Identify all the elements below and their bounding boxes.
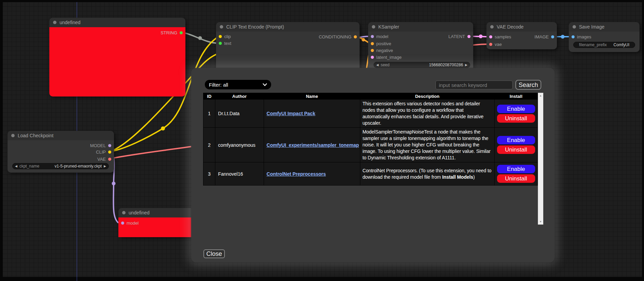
row-author: comfyanonymous	[215, 128, 264, 162]
slot-dot[interactable]	[572, 35, 575, 38]
node-undefined-bottom[interactable]: undefined model	[118, 208, 195, 237]
slot-dot[interactable]	[219, 42, 222, 45]
node-vae-decode[interactable]: VAE Decode samples vae IMAGE	[486, 22, 557, 49]
row-description: This extension offers various detector n…	[360, 100, 494, 128]
node-title-bar[interactable]: VAE Decode	[486, 22, 557, 32]
slot-dot[interactable]	[108, 151, 111, 154]
node-undefined-top[interactable]: undefined STRING	[49, 18, 185, 96]
extension-link[interactable]: ControlNet Preprocessors	[267, 171, 326, 177]
slot-dot[interactable]	[371, 49, 374, 52]
node-title: CLIP Text Encode (Prompt)	[226, 24, 284, 30]
col-header-description: Description	[360, 93, 494, 100]
increment-arrow-icon[interactable]: ▶	[104, 165, 106, 168]
input-slot-images[interactable]: images	[572, 34, 591, 40]
input-slot-samples[interactable]: samples	[489, 34, 511, 40]
node-title: VAE Decode	[497, 24, 524, 30]
filename-prefix-widget[interactable]: filename_prefix ComfyUI	[573, 42, 635, 48]
slot-dot[interactable]	[551, 35, 554, 38]
output-slot-clip[interactable]: CLIP	[96, 149, 111, 155]
table-row: 2 comfyanonymous ComfyUI_experiments/sam…	[203, 128, 538, 162]
row-description: ModelSamplerTonemapNoiseTest a node that…	[360, 128, 494, 162]
col-header-name: Name	[264, 93, 360, 100]
slot-dot[interactable]	[108, 144, 111, 147]
uninstall-button[interactable]: Uninstall	[497, 145, 535, 154]
search-input[interactable]	[435, 81, 513, 89]
col-header-author: Author	[215, 93, 264, 100]
collapse-dot-icon[interactable]	[490, 25, 494, 29]
input-slot-latent-image[interactable]: latent_image	[371, 54, 401, 60]
node-title-bar[interactable]: CLIP Text Encode (Prompt)	[216, 22, 360, 32]
node-load-checkpoint[interactable]: Load Checkpoint MODEL CLIP VAE ◀ ckpt_na…	[7, 131, 114, 173]
input-slot-negative[interactable]: negative	[371, 47, 393, 53]
input-slot-text[interactable]: text	[219, 40, 231, 46]
node-title: KSampler	[378, 24, 399, 30]
slot-dot[interactable]	[467, 35, 470, 38]
increment-arrow-icon[interactable]: ▶	[465, 64, 467, 67]
slot-dot[interactable]	[108, 158, 111, 161]
input-slot-clip[interactable]: clip	[219, 33, 231, 39]
row-id: 2	[203, 128, 215, 162]
node-title-bar[interactable]: undefined	[49, 18, 185, 27]
row-id: 1	[203, 100, 215, 128]
input-slot-vae[interactable]: vae	[489, 41, 502, 47]
input-slot-positive[interactable]: positive	[371, 40, 391, 47]
enable-button[interactable]: Enable	[497, 165, 535, 173]
input-slot-model[interactable]: model	[121, 220, 138, 226]
node-title: undefined	[129, 210, 150, 215]
search-button[interactable]: Search	[515, 80, 541, 90]
collapse-dot-icon[interactable]	[220, 25, 223, 29]
slot-dot[interactable]	[371, 56, 374, 59]
table-row: 1 Dr.Lt.Data ComfyUI Impact Pack This ex…	[203, 100, 538, 128]
input-slot-model[interactable]: model	[371, 33, 388, 39]
chevron-down-icon	[263, 83, 267, 86]
close-button[interactable]: Close	[203, 249, 225, 258]
ckpt-name-widget[interactable]: ◀ ckpt_name v1-5-pruned-emaonly.ckpt ▶	[12, 163, 109, 169]
filter-select[interactable]: Filter: all	[205, 80, 271, 89]
slot-dot[interactable]	[219, 35, 222, 38]
seed-widget[interactable]: ◀ seed 156680208700286 ▶	[374, 62, 470, 68]
enable-button[interactable]: Enable	[497, 136, 535, 144]
node-title-bar[interactable]: Save Image	[569, 22, 640, 32]
slot-dot[interactable]	[354, 35, 357, 38]
node-title-bar[interactable]: undefined	[118, 208, 195, 217]
decrement-arrow-icon[interactable]: ◀	[15, 165, 17, 168]
slot-dot[interactable]	[489, 43, 492, 46]
slot-dot[interactable]	[371, 35, 374, 38]
output-slot-image[interactable]: IMAGE	[534, 34, 554, 40]
extension-table: ID Author Name Description Install 1 Dr.…	[203, 93, 543, 227]
decrement-arrow-icon[interactable]: ◀	[376, 64, 379, 67]
node-title: undefined	[60, 20, 81, 25]
node-title: Save Image	[579, 24, 605, 30]
collapse-dot-icon[interactable]	[372, 25, 375, 29]
collapse-dot-icon[interactable]	[53, 21, 56, 24]
table-row: 3 Fannovel16 ControlNet Preprocessors Co…	[203, 162, 538, 186]
slot-dot[interactable]	[371, 42, 374, 45]
row-author: Dr.Lt.Data	[215, 100, 264, 128]
enable-button[interactable]: Enable	[497, 105, 535, 113]
output-slot-conditioning[interactable]: CONDITIONING	[319, 34, 357, 40]
output-slot-latent[interactable]: LATENT	[448, 33, 470, 39]
scroll-down-icon[interactable]: ▼	[539, 220, 542, 223]
collapse-dot-icon[interactable]	[11, 134, 15, 137]
output-slot-model[interactable]: MODEL	[90, 142, 111, 148]
slot-dot[interactable]	[121, 222, 124, 225]
uninstall-button[interactable]: Uninstall	[497, 174, 535, 183]
collapse-dot-icon[interactable]	[573, 25, 576, 29]
output-slot-string[interactable]: STRING	[161, 30, 183, 36]
table-scrollbar[interactable]: ▲ ▼	[538, 93, 543, 225]
col-header-install: Install	[494, 93, 538, 100]
slot-dot[interactable]	[489, 35, 492, 38]
row-author: Fannovel16	[215, 162, 264, 186]
node-save-image[interactable]: Save Image images filename_prefix ComfyU…	[569, 22, 640, 52]
node-title-bar[interactable]: Load Checkpoint	[7, 131, 114, 140]
collapse-dot-icon[interactable]	[122, 211, 126, 214]
extension-link[interactable]: ComfyUI_experiments/sampler_tonemap	[267, 142, 359, 148]
uninstall-button[interactable]: Uninstall	[497, 114, 535, 123]
slot-dot[interactable]	[180, 31, 183, 34]
node-title-bar[interactable]: KSampler	[368, 22, 473, 32]
table-header-row: ID Author Name Description Install	[203, 93, 538, 100]
output-slot-vae[interactable]: VAE	[97, 156, 111, 162]
scroll-up-icon[interactable]: ▲	[539, 94, 542, 97]
extension-link[interactable]: ComfyUI Impact Pack	[267, 111, 315, 116]
node-title: Load Checkpoint	[18, 133, 53, 138]
